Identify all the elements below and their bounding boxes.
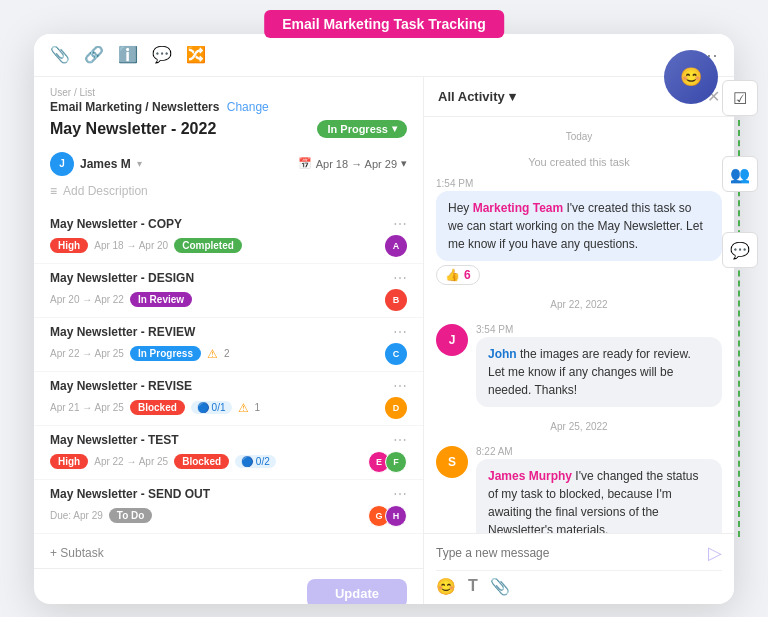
info-icon[interactable]: ℹ️: [118, 45, 138, 64]
subtask-more-icon[interactable]: ⋯: [393, 324, 407, 340]
subtask-status-todo[interactable]: To Do: [109, 508, 153, 523]
reaction-button[interactable]: 👍 6: [436, 265, 480, 285]
activity-selector[interactable]: All Activity ▾: [438, 89, 516, 104]
mention: John: [488, 347, 517, 361]
update-button[interactable]: Update: [307, 579, 407, 604]
user-avatar-large: 😊: [664, 50, 718, 104]
update-btn-row: Update: [34, 568, 423, 604]
warning-icon: ⚠: [207, 347, 218, 361]
subtask-status-completed[interactable]: Completed: [174, 238, 242, 253]
subtask-avatar: D: [385, 397, 407, 419]
warning-icon: ⚠: [238, 401, 249, 415]
subtask-tag-high: High: [50, 454, 88, 469]
task-title-row: May Newsletter - 2022 In Progress ▾: [50, 120, 407, 138]
reaction-count: 6: [464, 268, 471, 282]
right-panel: All Activity ▾ ✕ Today You created this …: [424, 77, 734, 604]
people-icon[interactable]: 👥: [722, 156, 758, 192]
link-icon[interactable]: 🔗: [84, 45, 104, 64]
comment-icon[interactable]: 💬: [152, 45, 172, 64]
subtask-more-icon[interactable]: ⋯: [393, 432, 407, 448]
checklist-icon[interactable]: ☑: [722, 80, 758, 116]
mention: James Murphy: [488, 469, 572, 483]
subtask-avatar: B: [385, 289, 407, 311]
chat-avatar: S: [436, 446, 468, 478]
subtask-avatars: G H: [368, 505, 407, 527]
chat-bubble: James Murphy I've changed the status of …: [476, 459, 722, 533]
subtask-name: May Newsletter - REVISE: [50, 379, 192, 393]
subtask-name: May Newsletter - REVIEW: [50, 325, 195, 339]
description-placeholder[interactable]: Add Description: [63, 184, 148, 198]
chat-message-row: 1:54 PM Hey Marketing Team I've created …: [436, 178, 722, 285]
subtask-more-icon[interactable]: ⋯: [393, 486, 407, 502]
subtask-item: May Newsletter - COPY ⋯ High Apr 18 → Ap…: [34, 210, 423, 264]
date-divider: Apr 22, 2022: [436, 299, 722, 310]
attachment-icon[interactable]: 📎: [50, 45, 70, 64]
subtask-date: Apr 21 → Apr 25: [50, 402, 124, 413]
subtask-status-in-progress[interactable]: In Progress: [130, 346, 201, 361]
chat-input[interactable]: [436, 546, 700, 560]
emoji-icon[interactable]: 😊: [436, 577, 456, 596]
content-area: User / List Email Marketing / Newsletter…: [34, 77, 734, 604]
task-title: May Newsletter - 2022: [50, 120, 216, 138]
assignee-chevron-icon[interactable]: ▾: [137, 158, 142, 169]
right-icons: ☑ 👥 💬: [722, 80, 758, 268]
assignee-name: James M: [80, 157, 131, 171]
subtask-info-badge: 🔵 0/1: [191, 401, 232, 414]
add-subtask-button[interactable]: + Subtask: [34, 538, 423, 568]
subtask-date: Apr 20 → Apr 22: [50, 294, 124, 305]
subtasks-list: May Newsletter - COPY ⋯ High Apr 18 → Ap…: [34, 206, 423, 538]
chat-toolbar: 😊 T 📎: [436, 570, 722, 596]
left-panel: User / List Email Marketing / Newsletter…: [34, 77, 424, 604]
subtask-date: Apr 18 → Apr 20: [94, 240, 168, 251]
desc-icon: ≡: [50, 184, 57, 198]
subtask-date: Due: Apr 29: [50, 510, 103, 521]
mention: Marketing Team: [473, 201, 563, 215]
subtask-info-badge: 🔵 0/2: [235, 455, 276, 468]
subtask-tag-high: High: [50, 238, 88, 253]
subtask-avatar: A: [385, 235, 407, 257]
description-row[interactable]: ≡ Add Description: [34, 176, 423, 206]
date-divider: Today: [436, 131, 722, 142]
subtask-date: Apr 22 → Apr 25: [50, 348, 124, 359]
breadcrumb-change[interactable]: Change: [227, 100, 269, 114]
activity-chevron-icon: ▾: [509, 89, 516, 104]
chat-icon[interactable]: 💬: [722, 232, 758, 268]
system-message: You created this task: [436, 156, 722, 168]
calendar-icon: 📅: [298, 157, 312, 170]
left-header: User / List Email Marketing / Newsletter…: [34, 77, 423, 144]
assignee-row: J James M ▾ 📅 Apr 18 → Apr 29 ▾: [34, 152, 423, 176]
subtask-name: May Newsletter - SEND OUT: [50, 487, 210, 501]
subtask-item: May Newsletter - SEND OUT ⋯ Due: Apr 29 …: [34, 480, 423, 534]
chat-bubble: John the images are ready for review. Le…: [476, 337, 722, 407]
send-button[interactable]: ▷: [708, 542, 722, 564]
main-card: 📎 🔗 ℹ️ 💬 🔀 ⋯ User / List Email Marketing…: [34, 34, 734, 604]
subtask-item: May Newsletter - DESIGN ⋯ Apr 20 → Apr 2…: [34, 264, 423, 318]
chat-time: 8:22 AM: [476, 446, 722, 457]
subtask-avatars: E F: [368, 451, 407, 473]
subtask-name: May Newsletter - DESIGN: [50, 271, 194, 285]
chat-bubble-content: 3:54 PM John the images are ready for re…: [476, 324, 722, 407]
chat-time: 1:54 PM: [436, 178, 722, 189]
subtask-avatar: H: [385, 505, 407, 527]
subtask-item: May Newsletter - REVISE ⋯ Apr 21 → Apr 2…: [34, 372, 423, 426]
subtask-more-icon[interactable]: ⋯: [393, 378, 407, 394]
date-chevron-icon[interactable]: ▾: [401, 157, 407, 170]
shuffle-icon[interactable]: 🔀: [186, 45, 206, 64]
subtask-name: May Newsletter - COPY: [50, 217, 182, 231]
subtask-more-icon[interactable]: ⋯: [393, 216, 407, 232]
text-format-icon[interactable]: T: [468, 577, 478, 595]
title-badge: Email Marketing Task Tracking: [264, 10, 504, 38]
breadcrumb-path: Email Marketing / Newsletters Change: [50, 100, 407, 114]
chat-time: 3:54 PM: [476, 324, 722, 335]
subtask-item: May Newsletter - TEST ⋯ High Apr 22 → Ap…: [34, 426, 423, 480]
subtask-status-blocked[interactable]: Blocked: [130, 400, 185, 415]
status-badge-main[interactable]: In Progress ▾: [317, 120, 407, 138]
subtask-date: Apr 22 → Apr 25: [94, 456, 168, 467]
attach-icon[interactable]: 📎: [490, 577, 510, 596]
assignee-left: J James M ▾: [50, 152, 142, 176]
subtask-more-icon[interactable]: ⋯: [393, 270, 407, 286]
subtask-status-blocked[interactable]: Blocked: [174, 454, 229, 469]
chat-bubble: Hey Marketing Team I've created this tas…: [436, 191, 722, 261]
subtask-status-in-review[interactable]: In Review: [130, 292, 192, 307]
toolbar: 📎 🔗 ℹ️ 💬 🔀 ⋯: [34, 34, 734, 77]
